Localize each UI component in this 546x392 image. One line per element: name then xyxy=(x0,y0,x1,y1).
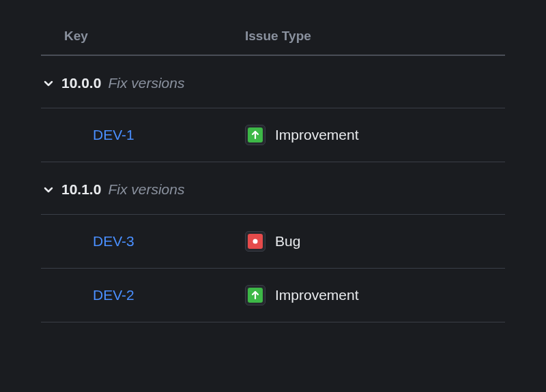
table-row[interactable]: DEV-2 Improvement xyxy=(41,269,505,322)
column-header-issue-type[interactable]: Issue Type xyxy=(245,29,502,44)
group-subtitle: Fix versions xyxy=(108,75,184,91)
issue-key-link[interactable]: DEV-3 xyxy=(64,233,134,249)
table-row[interactable]: DEV-1 Improvement xyxy=(41,108,505,162)
group-version: 10.1.0 xyxy=(61,181,101,198)
column-header-key[interactable]: Key xyxy=(44,29,245,44)
arrow-up-icon xyxy=(245,285,265,305)
table-header: Key Issue Type xyxy=(41,20,505,56)
chevron-down-icon xyxy=(42,77,55,89)
group-header[interactable]: 10.0.0 Fix versions xyxy=(41,56,505,108)
issue-key-link[interactable]: DEV-1 xyxy=(64,127,134,142)
issues-table: Key Issue Type 10.0.0 Fix versions DEV-1 xyxy=(41,20,505,322)
chevron-down-icon xyxy=(42,183,55,196)
table-row[interactable]: DEV-3 Bug xyxy=(41,215,505,269)
svg-point-1 xyxy=(253,239,258,244)
arrow-up-icon xyxy=(245,125,265,145)
issue-type-label: Improvement xyxy=(275,127,359,143)
issue-type-label: Improvement xyxy=(275,287,359,303)
group-version: 10.0.0 xyxy=(61,75,101,91)
issue-key-link[interactable]: DEV-2 xyxy=(64,287,134,303)
group-header[interactable]: 10.1.0 Fix versions xyxy=(41,162,505,215)
group-subtitle: Fix versions xyxy=(108,181,184,198)
issue-type-label: Bug xyxy=(275,233,300,250)
bug-icon xyxy=(245,231,265,252)
